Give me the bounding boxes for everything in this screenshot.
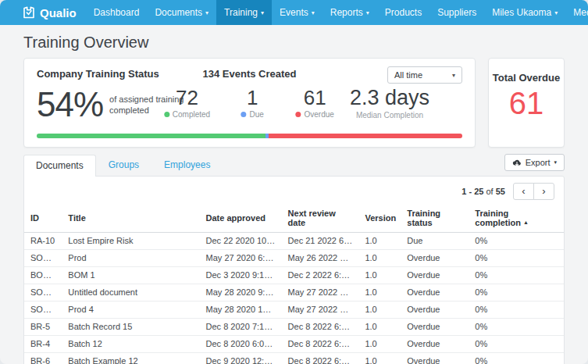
- tab-groups[interactable]: Groups: [96, 154, 151, 176]
- cell-id: SOP-92: [24, 284, 62, 302]
- progress-completed-segment: [37, 134, 265, 138]
- completion-percent: 54%: [37, 87, 103, 123]
- cell-date-approved: Dec 22 2020 10:08 AM: [200, 233, 282, 250]
- column-header-next-review-date[interactable]: Next review date: [282, 205, 359, 233]
- progress-overdue-segment: [269, 134, 462, 138]
- cell-date-approved: May 28 2020 9:34 AM: [200, 284, 282, 302]
- column-header-title[interactable]: Title: [62, 205, 199, 233]
- documents-panel: 1 - 25 of 55 ‹ › ID Title Date approved: [23, 176, 565, 364]
- nav-item-documents[interactable]: Documents▾: [147, 0, 216, 25]
- cell-training-status: Overdue: [401, 336, 469, 353]
- table-row[interactable]: RA-10 Lost Empire Risk Dec 22 2020 10:08…: [24, 233, 564, 250]
- cell-date-approved: Dec 8 2020 7:13 PM: [200, 319, 282, 336]
- table-row[interactable]: SOP-92 Untitled document May 28 2020 9:3…: [24, 284, 564, 302]
- top-navbar: Qualio Dashboard Documents▾ Training▾ Ev…: [0, 0, 588, 25]
- cell-version: 1.0: [358, 353, 401, 364]
- table-row[interactable]: BR-5 Batch Record 15 Dec 8 2020 7:13 PM …: [24, 319, 564, 336]
- cell-title: Prod: [62, 250, 199, 267]
- stat-overdue: 61 Overdue: [294, 87, 335, 119]
- cell-id: BR-4: [24, 336, 62, 353]
- median-completion: 2.3 days Median Completion: [350, 87, 429, 120]
- cell-version: 1.0: [358, 319, 401, 336]
- time-filter-select[interactable]: All time ▾: [387, 66, 462, 84]
- company-training-status-card: Company Training Status 134 Events Creat…: [23, 58, 476, 148]
- pager-buttons: ‹ ›: [513, 183, 554, 200]
- cell-training-status: Due: [401, 233, 469, 250]
- sort-ascending-icon: ▲: [523, 219, 529, 225]
- brand-name: Qualio: [40, 6, 77, 20]
- cell-next-review-date: Dec 21 2022 6:00 PM: [282, 233, 359, 250]
- user-menu[interactable]: Miles Ukaoma▾: [484, 0, 565, 25]
- nav-item-training[interactable]: Training▾: [216, 0, 272, 25]
- cell-training-completion: 0%: [469, 336, 564, 353]
- cell-next-review-date: May 27 2022 7:00 PM: [282, 284, 359, 302]
- page-title: Training Overview: [0, 25, 588, 58]
- chevron-down-icon: ▾: [452, 72, 455, 79]
- nav-item-events[interactable]: Events▾: [272, 0, 323, 25]
- stat-due: 1 Due: [232, 87, 273, 119]
- cell-training-completion: 0%: [469, 267, 564, 284]
- pagination: 1 - 25 of 55 ‹ ›: [24, 177, 564, 205]
- org-menu[interactable]: Medical Devi...▾: [565, 0, 588, 25]
- tab-documents[interactable]: Documents: [23, 155, 96, 177]
- stat-completed: 72 Completed: [164, 87, 210, 119]
- summary-cards: Company Training Status 134 Events Creat…: [23, 58, 565, 148]
- cell-training-completion: 0%: [469, 284, 564, 302]
- time-filter-value: All time: [394, 70, 422, 80]
- pagination-text: 1 - 25 of 55: [461, 187, 505, 196]
- cell-next-review-date: Dec 8 2022 6:00 PM: [282, 353, 359, 364]
- table-row[interactable]: SOP-90 Prod May 27 2020 6:41 PM May 26 2…: [24, 250, 564, 267]
- cell-date-approved: Dec 8 2020 6:02 PM: [200, 336, 282, 353]
- chevron-down-icon: ▾: [554, 9, 558, 16]
- documents-table-body: RA-10 Lost Empire Risk Dec 22 2020 10:08…: [24, 233, 564, 364]
- cell-date-approved: Dec 3 2020 9:19 AM: [200, 267, 282, 284]
- nav-item-reports[interactable]: Reports▾: [323, 0, 377, 25]
- chevron-right-icon: ›: [542, 185, 545, 197]
- table-row[interactable]: BOM-7 BOM 1 Dec 3 2020 9:19 AM Dec 2 202…: [24, 267, 564, 284]
- nav-item-dashboard[interactable]: Dashboard: [86, 0, 148, 25]
- cell-version: 1.0: [358, 284, 401, 302]
- nav-item-suppliers[interactable]: Suppliers: [429, 0, 484, 25]
- pagination-total: 55: [496, 187, 505, 196]
- cell-training-completion: 0%: [469, 353, 564, 364]
- table-row[interactable]: BR-4 Batch 12 Dec 8 2020 6:02 PM Dec 8 2…: [24, 336, 564, 353]
- cell-id: SOP-90: [24, 250, 62, 267]
- column-header-id[interactable]: ID: [24, 205, 62, 233]
- cell-version: 1.0: [358, 267, 401, 284]
- cell-training-status: Overdue: [401, 250, 469, 267]
- cell-training-status: Overdue: [401, 284, 469, 302]
- cell-version: 1.0: [358, 336, 401, 353]
- column-header-date-approved[interactable]: Date approved: [200, 205, 282, 233]
- cell-date-approved: May 27 2020 6:41 PM: [200, 250, 282, 267]
- chevron-down-icon: ▾: [366, 9, 369, 16]
- status-card-body: 54% of assigned training completed 72 Co…: [37, 87, 462, 127]
- tab-employees[interactable]: Employees: [151, 154, 223, 176]
- next-page-button[interactable]: ›: [533, 183, 554, 200]
- cell-title: BOM 1: [62, 267, 199, 284]
- total-overdue-card: Total Overdue 61: [488, 58, 565, 148]
- documents-table: ID Title Date approved Next review date …: [24, 205, 564, 364]
- qualio-logo-icon: [22, 6, 36, 20]
- navbar-right: Miles Ukaoma▾ Medical Devi...▾ ⚙ ▾ ? ▾: [484, 0, 588, 25]
- nav-item-products[interactable]: Products: [377, 0, 429, 25]
- chevron-down-icon: ▾: [261, 9, 264, 16]
- cell-date-approved: Dec 9 2020 12:23 PM: [200, 353, 282, 364]
- cell-title: Batch Example 12: [62, 353, 199, 364]
- cell-training-status: Overdue: [401, 353, 469, 364]
- table-row[interactable]: BR-6 Batch Example 12 Dec 9 2020 12:23 P…: [24, 353, 564, 364]
- table-row[interactable]: SOP-94 Prod 4 May 28 2020 12:24 PM May 2…: [24, 302, 564, 319]
- total-overdue-title: Total Overdue: [489, 72, 564, 84]
- training-progress-bar: [37, 134, 462, 138]
- prev-page-button[interactable]: ‹: [513, 183, 534, 200]
- column-header-version[interactable]: Version: [358, 205, 401, 233]
- cell-version: 1.0: [358, 233, 401, 250]
- column-header-training-status[interactable]: Training status: [401, 205, 469, 233]
- export-button[interactable]: Export ▾: [504, 154, 565, 171]
- cell-title: Untitled document: [62, 284, 199, 302]
- cell-next-review-date: Dec 8 2022 6:00 PM: [282, 319, 359, 336]
- table-header-row: ID Title Date approved Next review date …: [24, 205, 564, 233]
- column-header-training-completion[interactable]: Training completion▲: [469, 205, 564, 233]
- pagination-range: 1 - 25: [461, 187, 483, 196]
- cell-next-review-date: Dec 8 2022 6:00 PM: [282, 336, 359, 353]
- qualio-logo[interactable]: Qualio: [22, 0, 77, 25]
